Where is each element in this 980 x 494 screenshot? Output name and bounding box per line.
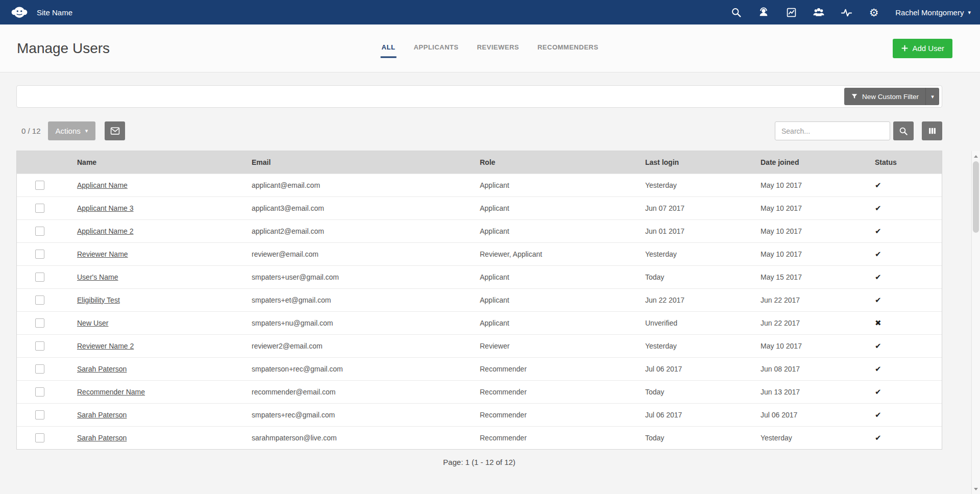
toolbar-right (775, 121, 942, 140)
column-header-role[interactable]: Role (480, 151, 645, 174)
role-cell: Reviewer, Applicant (480, 242, 645, 265)
role-cell: Applicant (480, 219, 645, 242)
row-checkbox[interactable] (35, 273, 44, 282)
column-header-date-joined[interactable]: Date joined (761, 151, 875, 174)
email-cell: sarahmpaterson@live.com (252, 426, 480, 449)
activity-icon[interactable] (840, 6, 852, 18)
search-button[interactable] (893, 121, 914, 140)
email-cell: reviewer@email.com (252, 242, 480, 265)
scroll-up-arrow[interactable] (972, 152, 980, 160)
select-all-header (17, 151, 77, 174)
column-header-status[interactable]: Status (875, 151, 942, 174)
table-row: Recommender Name recommender@email.com R… (17, 380, 942, 403)
email-cell: applicant3@email.com (252, 196, 480, 219)
tab-applicants[interactable]: APPLICANTS (412, 43, 459, 58)
status-check-icon: ✔ (875, 227, 881, 235)
settings-gear-icon[interactable]: ⚙ (868, 6, 880, 18)
search-icon[interactable] (730, 6, 742, 18)
actions-button[interactable]: Actions ▾ (48, 121, 96, 140)
monkey-logo-icon[interactable] (9, 2, 30, 22)
tab-reviewers[interactable]: REVIEWERS (476, 43, 520, 58)
topbar: Site Name (0, 0, 980, 24)
role-cell: Applicant (480, 311, 645, 334)
last-login-cell: Jul 06 2017 (645, 357, 761, 380)
status-check-icon: ✔ (875, 204, 881, 212)
date-joined-cell: May 10 2017 (761, 196, 875, 219)
row-checkbox[interactable] (35, 387, 44, 397)
role-cell: Recommender (480, 357, 645, 380)
row-checkbox[interactable] (35, 250, 44, 259)
search-input[interactable] (775, 121, 890, 140)
date-joined-cell: Yesterday (761, 426, 875, 449)
table-row: User's Name smpaters+user@gmail.com Appl… (17, 265, 942, 288)
reports-icon[interactable] (785, 6, 797, 18)
support-icon[interactable] (757, 6, 770, 18)
status-check-icon: ✔ (875, 295, 881, 304)
row-checkbox[interactable] (35, 341, 44, 351)
user-name-link[interactable]: Sarah Paterson (77, 365, 127, 373)
user-name-link[interactable]: Sarah Paterson (77, 434, 127, 442)
new-custom-filter-button[interactable]: New Custom Filter (844, 88, 925, 105)
row-checkbox[interactable] (35, 227, 44, 236)
status-check-icon: ✔ (875, 273, 881, 281)
columns-button[interactable] (922, 121, 942, 140)
user-name-link[interactable]: Reviewer Name 2 (77, 342, 134, 350)
role-cell: Applicant (480, 265, 645, 288)
row-checkbox[interactable] (35, 364, 44, 374)
row-checkbox[interactable] (35, 181, 44, 190)
table-row: Applicant Name 3 applicant3@email.com Ap… (17, 196, 942, 219)
tab-all[interactable]: ALL (381, 43, 397, 58)
email-button[interactable] (105, 121, 125, 140)
row-checkbox[interactable] (35, 410, 44, 419)
user-name-link[interactable]: Reviewer Name (77, 250, 128, 258)
user-name-link[interactable]: Applicant Name 3 (77, 204, 134, 212)
table-row: Sarah Paterson sarahmpaterson@live.com R… (17, 426, 942, 449)
actions-label: Actions (56, 127, 81, 135)
email-cell: smpaters+rec@gmail.com (252, 403, 480, 426)
user-name-link[interactable]: Sarah Paterson (77, 411, 127, 419)
column-header-email[interactable]: Email (252, 151, 480, 174)
row-checkbox[interactable] (35, 204, 44, 213)
scroll-down-arrow[interactable] (972, 485, 980, 493)
date-joined-cell: May 10 2017 (761, 334, 875, 357)
user-name-link[interactable]: Applicant Name 2 (77, 227, 134, 235)
role-cell: Recommender (480, 426, 645, 449)
column-header-name[interactable]: Name (77, 151, 252, 174)
filter-dropdown-button[interactable]: ▾ (925, 88, 939, 105)
user-name-link[interactable]: Recommender Name (77, 388, 145, 396)
status-check-icon: ✔ (875, 341, 881, 350)
email-cell: applicant@email.com (252, 174, 480, 196)
date-joined-cell: Jun 13 2017 (761, 380, 875, 403)
columns-icon (928, 127, 937, 135)
filter-funnel-icon (851, 93, 858, 100)
row-checkbox[interactable] (35, 318, 44, 328)
user-name-link[interactable]: Applicant Name (77, 181, 128, 189)
chevron-down-icon: ▾ (85, 128, 88, 134)
tab-recommenders[interactable]: RECOMMENDERS (536, 43, 599, 58)
last-login-cell: Yesterday (645, 174, 761, 196)
add-user-button[interactable]: Add User (893, 39, 952, 58)
role-cell: Applicant (480, 174, 645, 196)
user-name-link[interactable]: User's Name (77, 273, 118, 281)
status-check-icon: ✔ (875, 250, 881, 258)
page-header: Manage Users ALL APPLICANTS REVIEWERS RE… (0, 24, 980, 72)
user-name-link[interactable]: Eligibility Test (77, 296, 120, 304)
user-menu[interactable]: Rachel Montgomery ▾ (895, 8, 971, 17)
role-cell: Applicant (480, 196, 645, 219)
filter-bar[interactable]: New Custom Filter ▾ (16, 85, 942, 108)
column-header-last-login[interactable]: Last login (645, 151, 761, 174)
last-login-cell: Yesterday (645, 334, 761, 357)
status-check-icon: ✔ (875, 364, 881, 373)
date-joined-cell: Jun 22 2017 (761, 311, 875, 334)
table-row: Sarah Paterson smpaterson+rec@gmail.com … (17, 357, 942, 380)
row-checkbox[interactable] (35, 295, 44, 305)
scrollbar-thumb[interactable] (973, 161, 979, 233)
date-joined-cell: May 15 2017 (761, 265, 875, 288)
toolbar: 0 / 12 Actions ▾ (16, 121, 942, 140)
vertical-scrollbar[interactable] (971, 151, 980, 494)
users-group-icon[interactable] (813, 6, 825, 18)
email-cell: smpaterson+rec@gmail.com (252, 357, 480, 380)
user-name-link[interactable]: New User (77, 319, 108, 327)
selection-count: 0 / 12 (21, 127, 41, 135)
row-checkbox[interactable] (35, 433, 44, 442)
